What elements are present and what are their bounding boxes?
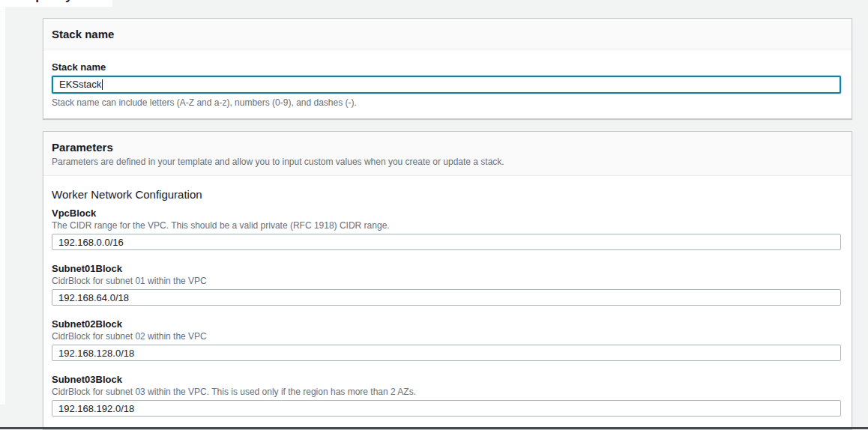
subnet01block-description: CidrBlock for subnet 01 within the VPC: [52, 276, 841, 286]
subnet02block-description: CidrBlock for subnet 02 within the VPC: [52, 331, 841, 342]
wizard-content: Stack name Stack name EKSstack Stack nam…: [43, 0, 852, 430]
stack-name-panel-title: Stack name: [52, 28, 841, 40]
vpcblock-input[interactable]: [52, 234, 841, 250]
parameters-panel: Parameters Parameters are defined in you…: [43, 131, 852, 429]
subnet02block-input[interactable]: [52, 345, 841, 361]
stack-name-input[interactable]: EKSstack: [52, 76, 841, 94]
param-field-subnet03block: Subnet03Block CidrBlock for subnet 03 wi…: [52, 374, 841, 417]
stack-name-panel: Stack name Stack name EKSstack Stack nam…: [43, 18, 852, 119]
left-window-edge: [0, 0, 5, 405]
param-field-subnet01block: Subnet01Block CidrBlock for subnet 01 wi…: [52, 263, 841, 306]
subnet03block-label: Subnet03Block: [52, 374, 841, 385]
stack-name-hint: Stack name can include letters (A-Z and …: [52, 97, 841, 108]
parameters-panel-description: Parameters are defined in your template …: [52, 157, 841, 167]
specify-stack-details-page: Specify stack details Stack name Stack n…: [0, 0, 868, 430]
parameters-panel-body: Worker Network Configuration VpcBlock Th…: [43, 176, 852, 429]
window-bottom-edge: [0, 427, 868, 429]
parameters-panel-header: Parameters Parameters are defined in you…: [43, 132, 852, 176]
stack-name-panel-header: Stack name: [43, 19, 852, 49]
param-field-subnet02block: Subnet02Block CidrBlock for subnet 02 wi…: [52, 318, 841, 361]
subnet03block-description: CidrBlock for subnet 03 within the VPC. …: [52, 387, 841, 397]
vpcblock-label: VpcBlock: [52, 208, 841, 219]
subnet01block-input[interactable]: [52, 289, 841, 306]
stack-name-label: Stack name: [52, 61, 841, 73]
subnet03block-input[interactable]: [52, 400, 841, 417]
param-field-vpcblock: VpcBlock The CIDR range for the VPC. Thi…: [52, 208, 841, 250]
subnet01block-label: Subnet01Block: [52, 263, 841, 274]
parameters-panel-title: Parameters: [52, 141, 841, 154]
stack-name-input-value: EKSstack: [59, 77, 101, 92]
worker-network-configuration-title: Worker Network Configuration: [52, 188, 841, 201]
stack-name-panel-body: Stack name EKSstack Stack name can inclu…: [43, 49, 852, 118]
vpcblock-description: The CIDR range for the VPC. This should …: [52, 220, 841, 231]
text-cursor: [102, 79, 103, 90]
subnet02block-label: Subnet02Block: [52, 318, 841, 330]
